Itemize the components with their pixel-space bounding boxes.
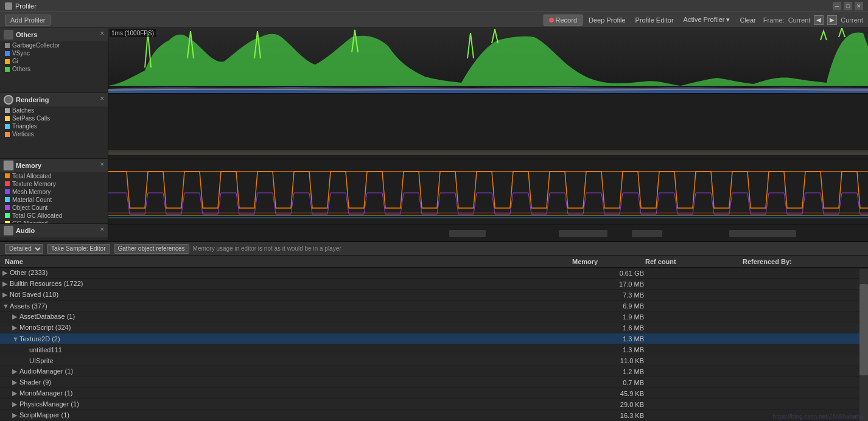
gather-refs-button[interactable]: Gather object references — [114, 244, 189, 254]
memory-icon — [4, 161, 13, 170]
left-legends-panel: Others ✕ GarbageCollector VSync Gi — [0, 28, 108, 241]
table-row[interactable]: ▶MonoManager (1)45.9 KB — [0, 388, 868, 399]
bottom-panel: Detailed Take Sample: Editor Gather obje… — [0, 242, 868, 421]
expand-arrow-icon[interactable]: ▶ — [12, 411, 19, 419]
col-name-header[interactable]: Name — [0, 258, 567, 265]
memory-close-button[interactable]: ✕ — [99, 161, 105, 167]
triangles-label: Triangles — [12, 123, 37, 130]
table-row[interactable]: ▼Texture2D (2)1.3 MB — [0, 333, 868, 344]
row-name-label: MonoScript (324) — [19, 324, 71, 331]
profile-editor-button[interactable]: Profile Editor — [632, 15, 677, 26]
row-name-label: PhysicsManager (1) — [19, 400, 79, 408]
matcount-label: Material Count — [12, 197, 52, 203]
close-button[interactable]: ✕ — [855, 2, 863, 10]
expand-arrow-icon[interactable]: ▶ — [12, 400, 19, 408]
current-label: Current — [788, 16, 811, 24]
take-sample-button[interactable]: Take Sample: Editor — [47, 244, 110, 254]
row-memory-cell: 1.3 MB — [576, 335, 649, 343]
others-label: Others — [12, 66, 30, 72]
table-row[interactable]: ▶Builtin Resources (1722)17.0 MB — [0, 279, 868, 290]
row-name-label: AssetDatabase (1) — [19, 313, 75, 320]
table-row[interactable]: untitled1111.3 MB — [0, 344, 868, 355]
table-header: Name Memory Ref count Referenced By: — [0, 256, 868, 268]
rendering-chart-strip[interactable] — [108, 94, 868, 159]
audio-chart-strip[interactable] — [108, 225, 868, 241]
charts-stack: 1ms (1000FPS) — [108, 28, 868, 241]
rendering-icon — [4, 95, 13, 105]
others-legend-block: Others ✕ GarbageCollector VSync Gi — [0, 28, 108, 93]
main-charts: 1ms (1000FPS) — [108, 28, 868, 241]
expand-arrow-icon[interactable]: ▶ — [2, 269, 10, 277]
vertices-color — [5, 132, 10, 137]
record-button[interactable]: Record — [544, 15, 583, 26]
row-name-label: Texture2D (2) — [19, 335, 60, 343]
others-chart-strip[interactable]: 1ms (1000FPS) — [108, 28, 868, 94]
memory-info-text: Memory usage in editor is not as it woul… — [193, 245, 341, 252]
row-name-label: Assets (377) — [10, 302, 47, 310]
totalgc-label: Total GC Allocated — [12, 212, 62, 219]
maximize-button[interactable]: □ — [844, 2, 852, 10]
row-name-label: untitled111 — [29, 346, 62, 353]
others-legend-item-0: GarbageCollector — [0, 41, 108, 49]
clear-button[interactable]: Clear — [736, 15, 759, 26]
table-wrapper: Name Memory Ref count Referenced By: ▶Ot… — [0, 256, 868, 421]
svg-rect-13 — [559, 230, 607, 237]
deep-profile-button[interactable]: Deep Profile — [585, 15, 629, 26]
memory-section-header[interactable]: Memory ✕ — [0, 159, 108, 172]
active-profiler-button[interactable]: Active Profiler ▾ — [680, 15, 734, 26]
table-row[interactable]: ▼Assets (377)6.9 MB — [0, 301, 868, 311]
col-memory-header[interactable]: Memory — [567, 258, 640, 265]
table-body: ▶Other (2333)0.61 GB▶Builtin Resources (… — [0, 268, 868, 421]
scrollbar-track[interactable] — [859, 269, 868, 421]
rendering-title: Rendering — [16, 96, 104, 103]
add-profiler-button[interactable]: Add Profiler — [5, 15, 51, 26]
expand-arrow-icon[interactable]: ▶ — [12, 313, 19, 321]
others-section-header[interactable]: Others ✕ — [0, 28, 108, 41]
expand-arrow-icon[interactable]: ▼ — [2, 302, 10, 310]
expand-arrow-icon[interactable]: ▶ — [12, 324, 19, 332]
rendering-section-header[interactable]: Rendering ✕ — [0, 93, 108, 106]
table-row[interactable]: ▶AssetDatabase (1)1.9 MB — [0, 311, 868, 322]
table-row[interactable]: ▶MonoScript (324)1.6 MB — [0, 322, 868, 333]
table-row[interactable]: ▶Not Saved (110)7.3 MB — [0, 290, 868, 301]
table-row[interactable]: UISprite11.0 KB — [0, 355, 868, 366]
title-bar: Profiler ─ □ ✕ — [0, 0, 868, 12]
audio-close-button[interactable]: ✕ — [99, 226, 105, 232]
memory-chart-strip[interactable] — [108, 159, 868, 225]
rendering-legend-block: Rendering ✕ Batches SetPass Calls Triang… — [0, 93, 108, 158]
rendering-legend-item-0: Batches — [0, 106, 108, 114]
table-row[interactable]: ▶Shader (9)0.7 MB — [0, 377, 868, 388]
col-refby-header[interactable]: Referenced By: — [738, 258, 859, 265]
expand-arrow-icon[interactable]: ▼ — [12, 335, 19, 343]
col-refcount-header[interactable]: Ref count — [640, 258, 738, 265]
setpass-label: SetPass Calls — [12, 115, 50, 122]
audio-section-header[interactable]: Audio ✕ — [0, 224, 108, 237]
toolbar-right: Frame: Current ◀ ▶ Current — [763, 15, 863, 25]
row-name-label: Shader (9) — [19, 378, 51, 386]
row-name-label: ScriptMapper (1) — [19, 411, 69, 419]
expand-arrow-icon[interactable]: ▶ — [12, 378, 19, 386]
minimize-button[interactable]: ─ — [833, 2, 841, 10]
table-row[interactable]: ▶PhysicsManager (1)29.0 KB — [0, 399, 868, 410]
expand-arrow-icon[interactable]: ▶ — [2, 280, 10, 288]
expand-arrow-icon[interactable]: ▶ — [12, 389, 19, 397]
mode-select[interactable]: Detailed — [5, 244, 43, 254]
main-toolbar: Add Profiler Record Deep Profile Profile… — [0, 12, 868, 28]
row-memory-cell: 45.9 KB — [576, 390, 649, 397]
frame-next-button[interactable]: ▶ — [827, 15, 837, 25]
frame-prev-button[interactable]: ◀ — [814, 15, 824, 25]
expand-arrow-icon[interactable]: ▶ — [2, 291, 10, 299]
rendering-legend-item-1: SetPass Calls — [0, 114, 108, 122]
rendering-close-button[interactable]: ✕ — [99, 96, 105, 102]
table-row[interactable]: ▶Other (2333)0.61 GB — [0, 268, 868, 279]
fps-label: 1ms (1000FPS) — [110, 29, 156, 37]
table-row[interactable]: ▶ScriptMapper (1)16.3 KB — [0, 410, 868, 421]
others-close-button[interactable]: ✕ — [99, 30, 105, 37]
triangles-color — [5, 124, 10, 129]
expand-arrow-icon[interactable]: ▶ — [12, 367, 19, 375]
bottom-toolbar: Detailed Take Sample: Editor Gather obje… — [0, 242, 868, 256]
row-memory-cell: 1.3 MB — [576, 346, 649, 353]
table-row[interactable]: ▶AudioManager (1)1.2 MB — [0, 366, 868, 377]
scrollbar-thumb[interactable] — [859, 284, 868, 375]
others-title: Others — [16, 31, 104, 38]
